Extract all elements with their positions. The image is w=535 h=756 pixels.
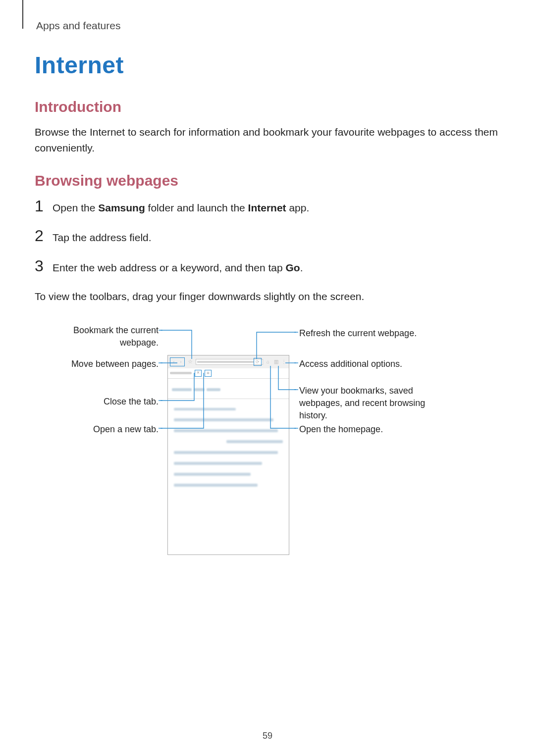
more-options-icon: ⋮ — [281, 359, 287, 364]
browsing-heading: Browsing webpages — [35, 172, 500, 189]
new-tab-icon: + — [205, 370, 212, 377]
step-number: 1 — [35, 198, 53, 214]
page-hero — [168, 379, 289, 399]
url-placeholder — [197, 361, 254, 363]
refresh-icon: ⟳ — [254, 358, 262, 366]
steps-list: 1 Open the Samsung folder and launch the… — [35, 198, 500, 275]
tab-label — [170, 372, 192, 374]
intro-heading: Introduction — [35, 99, 500, 115]
nav-back-forward: ‹ › — [170, 357, 185, 366]
callout-homepage: Open the homepage. — [299, 423, 448, 436]
page-title: Internet — [35, 51, 500, 79]
callout-new-tab: Open a new tab. — [45, 423, 159, 436]
bookmark-list-icon: ▥ — [273, 359, 279, 364]
page-number: 59 — [0, 731, 535, 741]
address-bar: ⟳ — [196, 359, 263, 365]
close-tab-icon: × — [195, 370, 202, 377]
callout-bookmark: Bookmark the current webpage. — [45, 324, 159, 349]
star-icon: ☆ — [187, 358, 194, 365]
callout-options: Access additional options. — [299, 358, 448, 370]
callout-bookmarks: View your bookmarks, saved webpages, and… — [299, 385, 428, 422]
step-item: 3 Enter the web address or a keyword, an… — [35, 258, 500, 275]
step-item: 2 Tap the address field. — [35, 228, 500, 245]
callout-move-pages: Move between pages. — [45, 358, 159, 370]
home-icon: ⌂ — [265, 359, 271, 364]
step-item: 1 Open the Samsung folder and launch the… — [35, 198, 500, 215]
step-text: Enter the web address or a keyword, and … — [53, 260, 303, 275]
page-body — [168, 399, 289, 499]
step-number: 3 — [35, 258, 53, 274]
step-text: Tap the address field. — [53, 230, 152, 245]
page-edge-mark — [22, 0, 23, 29]
toolbar-note: To view the toolbars, drag your finger d… — [35, 289, 500, 304]
browser-toolbar: ‹ › ☆ ⟳ ⌂ ▥ ⋮ — [168, 355, 289, 368]
device-mock: ‹ › ☆ ⟳ ⌂ ▥ ⋮ × + — [167, 355, 289, 555]
step-number: 2 — [35, 228, 53, 244]
callout-refresh: Refresh the current webpage. — [299, 327, 448, 340]
diagram: Bookmark the current webpage. Move betwe… — [35, 321, 500, 569]
intro-text: Browse the Internet to search for inform… — [35, 124, 500, 155]
section-header: Apps and features — [36, 20, 500, 32]
chevron-right-icon: › — [180, 359, 182, 364]
chevron-left-icon: ‹ — [173, 359, 175, 364]
step-text: Open the Samsung folder and launch the I… — [53, 201, 309, 215]
tab-strip: × + — [168, 368, 289, 379]
callout-close-tab: Close the tab. — [45, 396, 159, 408]
